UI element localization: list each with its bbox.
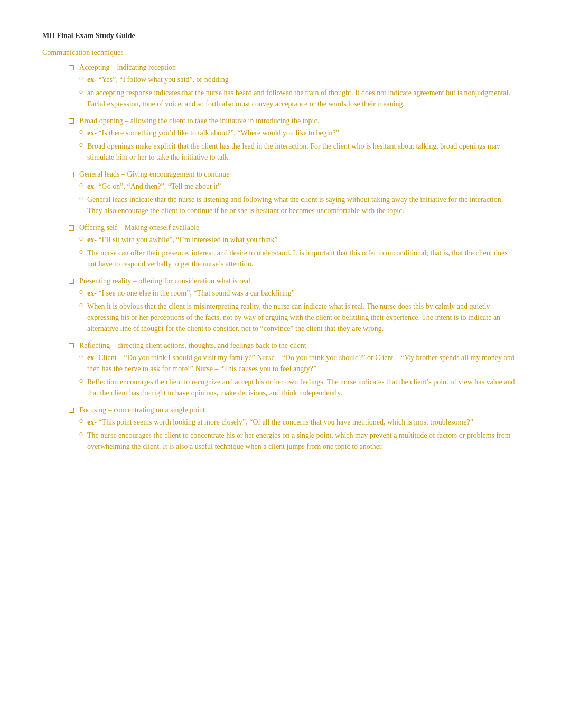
sub-item-text: The nurse encourages the client to conce… xyxy=(87,430,519,452)
main-item-label: Offering self – Making oneself available xyxy=(79,224,519,232)
sub-item-text: ex- “Go on”, “And then?”, “Tell me about… xyxy=(87,181,519,192)
main-item-label: Focusing – concentrating on a single poi… xyxy=(79,406,519,414)
sub-bullet-icon: o xyxy=(79,74,83,82)
sub-list: oex- “I see no one else in the room”, “T… xyxy=(79,288,519,336)
sub-item-text: General leads indicate that the nurse is… xyxy=(87,194,519,216)
bullet-icon xyxy=(69,225,74,231)
main-list-item: Offering self – Making oneself available… xyxy=(69,224,519,272)
sub-item-text: Broad openings make explicit that the cl… xyxy=(87,141,519,163)
bullet-icon xyxy=(69,408,74,413)
sub-list-item: oThe nurse can offer their presence, int… xyxy=(79,247,519,270)
sub-item-prefix: ex- xyxy=(87,418,98,426)
sub-bullet-icon: o xyxy=(79,234,83,243)
sub-list-item: oex- “Go on”, “And then?”, “Tell me abou… xyxy=(79,181,519,192)
main-item-label: Reflecting – directing client actions, t… xyxy=(79,342,519,350)
sub-item-prefix: ex- xyxy=(87,354,98,362)
sub-item-prefix: ex- xyxy=(87,182,98,190)
sub-item-text: ex- “I see no one else in the room”, “Th… xyxy=(87,288,519,299)
main-item-label: Accepting – indicating reception xyxy=(79,63,519,72)
bullet-icon xyxy=(69,172,74,177)
sub-list: oex- “I’ll sit with you awhile”, “I’m in… xyxy=(79,234,519,272)
main-list-item: Broad opening – allowing the client to t… xyxy=(69,117,519,165)
sub-bullet-icon: o xyxy=(79,430,83,438)
sub-list: oex- “Yes”, “I follow what you said”, or… xyxy=(79,74,519,112)
sub-bullet-icon: o xyxy=(79,352,83,361)
sub-item-text: ex- “I’ll sit with you awhile”, “I’m int… xyxy=(87,234,519,245)
sub-list: oex- “Is there something you’d like to t… xyxy=(79,127,519,165)
sub-item-prefix: ex- xyxy=(87,289,98,297)
bullet-icon xyxy=(69,118,74,124)
main-list: Accepting – indicating receptionoex- “Ye… xyxy=(58,63,519,454)
sub-bullet-icon: o xyxy=(79,247,83,256)
sub-list-item: oThe nurse encourages the client to conc… xyxy=(79,430,519,452)
sub-list-item: oan accepting response indicates that th… xyxy=(79,87,519,109)
sub-bullet-icon: o xyxy=(79,376,83,385)
sub-bullet-icon: o xyxy=(79,301,83,309)
main-list-item: Accepting – indicating receptionoex- “Ye… xyxy=(69,63,519,112)
sub-list: oex- “Go on”, “And then?”, “Tell me abou… xyxy=(79,181,519,218)
main-list-item: Presenting reality – offering for consid… xyxy=(69,277,519,336)
sub-bullet-icon: o xyxy=(79,141,83,149)
sub-list-item: oGeneral leads indicate that the nurse i… xyxy=(79,194,519,216)
sub-bullet-icon: o xyxy=(79,87,83,96)
bullet-icon xyxy=(69,279,74,284)
page-title: MH Final Exam Study Guide xyxy=(42,32,519,40)
sub-list: oex- “This point seems worth looking at … xyxy=(79,417,519,454)
main-list-item: Focusing – concentrating on a single poi… xyxy=(69,406,519,454)
main-list-item: General leads – Giving encouragement to … xyxy=(69,170,519,218)
sub-list-item: oex- “This point seems worth looking at … xyxy=(79,417,519,428)
main-list-item: Reflecting – directing client actions, t… xyxy=(69,342,519,401)
sub-bullet-icon: o xyxy=(79,288,83,296)
sub-item-text: When it is obvious that the client is mi… xyxy=(87,301,519,334)
sub-item-text: ex- “Yes”, “I follow what you said”, or … xyxy=(87,74,519,85)
sub-item-prefix: ex- xyxy=(87,76,98,84)
main-item-label: General leads – Giving encouragement to … xyxy=(79,170,519,179)
sub-bullet-icon: o xyxy=(79,417,83,425)
sub-item-text: The nurse can offer their presence, inte… xyxy=(87,247,519,270)
sub-item-text: an accepting response indicates that the… xyxy=(87,87,519,109)
sub-list-item: oWhen it is obvious that the client is m… xyxy=(79,301,519,334)
sub-list-item: oex- “Yes”, “I follow what you said”, or… xyxy=(79,74,519,85)
bullet-icon xyxy=(69,65,74,70)
sub-item-text: ex- Client – “Do you think I should go v… xyxy=(87,352,519,374)
sub-bullet-icon: o xyxy=(79,181,83,189)
section-heading: Communication techniques xyxy=(42,49,519,57)
sub-bullet-icon: o xyxy=(79,194,83,202)
sub-list-item: oReflection encourages the client to rec… xyxy=(79,376,519,399)
sub-list: oex- Client – “Do you think I should go … xyxy=(79,352,519,401)
sub-item-text: Reflection encourages the client to reco… xyxy=(87,376,519,399)
main-item-label: Broad opening – allowing the client to t… xyxy=(79,117,519,125)
sub-item-text: ex- “This point seems worth looking at m… xyxy=(87,417,519,428)
sub-list-item: oex- Client – “Do you think I should go … xyxy=(79,352,519,374)
bullet-icon xyxy=(69,343,74,348)
sub-bullet-icon: o xyxy=(79,127,83,136)
sub-list-item: oex- “Is there something you’d like to t… xyxy=(79,127,519,139)
sub-list-item: oex- “I see no one else in the room”, “T… xyxy=(79,288,519,299)
sub-item-prefix: ex- xyxy=(87,236,98,244)
sub-item-prefix: ex- xyxy=(87,129,98,137)
sub-list-item: oBroad openings make explicit that the c… xyxy=(79,141,519,163)
sub-list-item: oex- “I’ll sit with you awhile”, “I’m in… xyxy=(79,234,519,245)
sub-item-text: ex- “Is there something you’d like to ta… xyxy=(87,127,519,139)
main-item-label: Presenting reality – offering for consid… xyxy=(79,277,519,285)
